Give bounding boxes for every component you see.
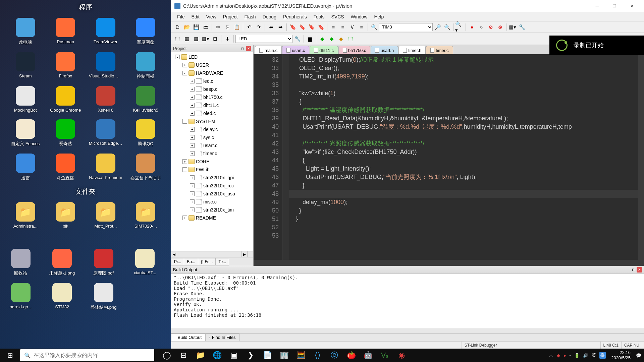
bookmark-icon[interactable]: 🔖 [288,23,297,32]
tray-volume-icon[interactable]: 🔊 [583,353,588,358]
menu-tools[interactable]: Tools [310,13,328,21]
desktop-app[interactable]: Navicat Premium [87,152,124,182]
code-line[interactable]: { [292,98,638,106]
desktop-app[interactable]: Visual Studio Code [87,51,124,81]
code-line[interactable] [292,223,638,232]
tree-toggle-icon[interactable]: + [190,191,195,196]
desktop-folder[interactable]: 📁 Administra... [7,201,44,230]
tree-toggle-icon[interactable]: + [190,79,195,83]
code-line[interactable] [289,190,638,198]
tree-toggle-icon[interactable]: - [182,119,187,124]
desktop-app[interactable]: 控制面板 [127,51,165,81]
search-input[interactable] [34,352,150,358]
editor-horizontal-scrollbar[interactable] [254,260,644,266]
menu-help[interactable]: Help [371,13,387,21]
desktop-folder[interactable]: 📁 Mqtt_Prot... [87,201,124,230]
code-line[interactable]: OLED_DisplayTurn(0);//0正常显示 1 屏幕翻转显示 [292,56,638,64]
scroll-left-icon[interactable]: ◂ [171,251,177,257]
desktop-file[interactable]: 整体结构.png [84,282,123,312]
code-line[interactable]: "kw">if (!i2c_CheckDevice(BH1750_Addr)) [292,148,638,156]
notifications-icon[interactable]: 💬 [636,353,641,358]
configure-icon[interactable]: 🔧 [518,23,526,32]
open-file-icon[interactable]: 📂 [182,23,191,32]
tree-node[interactable]: + README [171,214,253,222]
desktop-app[interactable]: 自定义 Fences [7,118,44,148]
desktop-app[interactable]: Firefox [47,51,85,81]
code-line[interactable]: /********** 温湿度传感器获取数据**************/ [292,106,638,114]
editor-tab[interactable]: dht11.c [310,46,338,54]
tree-node[interactable]: + CORE [171,158,253,166]
tray-chevron-icon[interactable]: ︿ [549,352,553,358]
menu-view[interactable]: View [203,13,220,21]
build-output-pin-icon[interactable]: ⊓ [631,267,636,273]
desktop-app[interactable]: TeamViewer [87,16,124,47]
tree-node[interactable]: - LED [171,53,253,61]
app7-icon[interactable]: 📄 [259,349,276,362]
panel-tab[interactable]: Te... [215,258,229,265]
tree-toggle-icon[interactable]: + [190,199,195,204]
tree-toggle-icon[interactable]: - [182,167,187,172]
tree-toggle-icon[interactable]: + [190,207,195,212]
rebuild-icon[interactable]: ▦ [192,35,201,43]
minimize-button[interactable]: ─ [588,1,606,11]
menu-debug[interactable]: Debug [259,13,280,21]
desktop-file[interactable]: 未标题-1.png [43,247,82,278]
menu-flash[interactable]: Flash [241,13,259,21]
tree-node[interactable]: + bh1750.c [171,93,253,101]
tree-node[interactable]: - HARDWARE [171,69,253,77]
manage-rte-icon[interactable]: ◆ [318,35,327,43]
build-output-close-icon[interactable]: ✕ [637,267,642,273]
nav-forward-icon[interactable]: ➡ [276,23,285,32]
menu-edit[interactable]: Edit [188,13,203,21]
target-options-icon[interactable]: 🔧 [293,35,302,43]
tree-node[interactable]: + USER [171,61,253,69]
tree-toggle-icon[interactable]: + [190,143,195,148]
desktop-file[interactable]: xiaobaiST... [126,247,165,278]
tree-node[interactable]: + delay.c [171,125,253,133]
bookmark-next-icon[interactable]: 🔖 [307,23,316,32]
desktop-app[interactable]: 腾讯QQ [127,118,165,148]
find-combo[interactable]: TIM3 [379,23,433,31]
debug-icon[interactable]: 🔍▾ [455,23,464,32]
find-in-files-icon[interactable]: 🔎 [433,23,442,32]
app8-icon[interactable]: 🏢 [276,349,292,362]
indent-right-icon[interactable]: ≡ [338,23,347,32]
panel-tab[interactable]: Bo... [184,258,198,265]
desktop-app[interactable]: 此电脑 [7,16,44,47]
code-line[interactable]: } [292,206,638,215]
desktop-app[interactable]: Microsoft Edge Beta [87,118,124,148]
powershell-icon[interactable]: ❯ [242,349,259,362]
tree-node[interactable]: + sys.c [171,133,253,141]
edge-taskbar-icon[interactable]: ⓔ [326,349,343,362]
build-output-hscroll[interactable] [171,328,644,333]
tree-toggle-icon[interactable]: + [190,127,195,132]
tree-toggle-icon[interactable]: + [190,151,195,156]
menu-window[interactable]: Window [347,13,371,21]
find-icon[interactable]: 🔍 [370,23,378,32]
paste-icon[interactable]: 📋 [232,23,241,32]
tree-toggle-icon[interactable]: + [182,159,187,164]
output-tab[interactable]: ▫Find In Files [205,334,239,341]
tree-toggle-icon[interactable]: + [190,175,195,180]
panel-pin-icon[interactable]: ⊓ [240,46,245,51]
tree-toggle-icon[interactable]: - [175,55,180,59]
desktop-folder[interactable]: 📁 SIM7020-... [127,201,165,230]
desktop-app[interactable]: Keil uVision5 [127,85,165,114]
tree-toggle-icon[interactable]: + [190,183,195,188]
output-tab[interactable]: ▫Build Output [171,334,205,341]
uncomment-icon[interactable]: ≡ [357,23,366,32]
code-line[interactable]: /********** 光照度传感器获取数据**************/ [292,139,638,148]
explorer-icon[interactable]: 📁 [192,349,209,362]
calculator-icon[interactable]: 🧮 [292,349,309,362]
save-icon[interactable]: 💾 [192,23,201,32]
tree-node[interactable]: - FWLib [171,166,253,174]
menu-file[interactable]: File [174,13,188,21]
taskbar-clock[interactable]: 22:16 2020/5/25 [609,350,633,360]
breakpoint-insert-icon[interactable]: ● [468,23,476,32]
code-line[interactable]: } [292,181,638,190]
panel-tab[interactable]: Pr... [171,258,184,265]
tree-toggle-icon[interactable]: - [182,71,187,75]
desktop-app[interactable]: 斗鱼直播 [47,152,85,182]
select-packs-icon[interactable]: ◆ [327,35,336,43]
tree-node[interactable]: + stm32f10x_tim [171,206,253,214]
